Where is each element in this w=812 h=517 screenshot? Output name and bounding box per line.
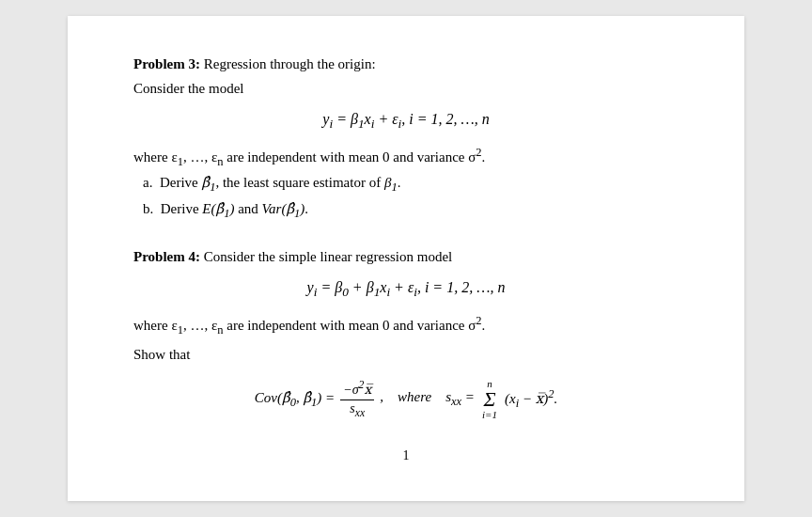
- sum-symbol: n Σ i=1: [482, 379, 497, 420]
- cov-label: Cov(β̂0, β̂1) =: [255, 389, 335, 410]
- page-number: 1: [133, 448, 679, 463]
- sigma-symbol: Σ: [483, 389, 495, 410]
- problem3-label: Problem 3:: [133, 56, 200, 71]
- problem3-block: Problem 3: Regression through the origin…: [133, 54, 679, 224]
- problem3-title: Problem 3: Regression through the origin…: [133, 54, 679, 75]
- page-content: Problem 3: Regression through the origin…: [68, 16, 744, 501]
- cov-numerator: −σ2x̅: [340, 379, 374, 400]
- problem4-show-that: Show that: [133, 343, 679, 366]
- problem4-title: Problem 4: Consider the simple linear re…: [133, 246, 679, 268]
- problem3-part-b: b. Derive E(β̂1) and Var(β̂1).: [143, 197, 679, 224]
- problem4-title-text: Consider the simple linear regression mo…: [200, 249, 452, 264]
- problem3-condition: where ε1, …, εn are independent with mea…: [133, 143, 679, 171]
- cov-fraction: −σ2x̅ sxx: [340, 379, 374, 419]
- cov-where: , where sxx =: [380, 389, 475, 409]
- problem4-block: Problem 4: Consider the simple linear re…: [133, 246, 679, 420]
- problem3-part-a: a. Derive β̂1, the least square estimato…: [143, 171, 679, 197]
- sum-lower: i=1: [482, 410, 497, 420]
- problem4-label: Problem 4:: [133, 249, 200, 264]
- problem3-parts: a. Derive β̂1, the least square estimato…: [143, 171, 679, 225]
- problem4-condition: where ε1, …, εn are independent with mea…: [133, 311, 679, 339]
- problem3-equation1: yi = β1xi + εi, i = 1, 2, …, n: [133, 111, 679, 132]
- problem3-title-text: Regression through the origin:: [200, 56, 376, 71]
- problem4-equation2: yi = β0 + β1xi + εi, i = 1, 2, …, n: [133, 279, 679, 300]
- sum-body: (xi − x̅)2.: [505, 387, 557, 411]
- problem3-subtitle: Consider the model: [133, 77, 679, 100]
- cov-denominator: sxx: [347, 400, 367, 420]
- problem4-cov-equation: Cov(β̂0, β̂1) = −σ2x̅ sxx , where sxx = …: [133, 379, 679, 420]
